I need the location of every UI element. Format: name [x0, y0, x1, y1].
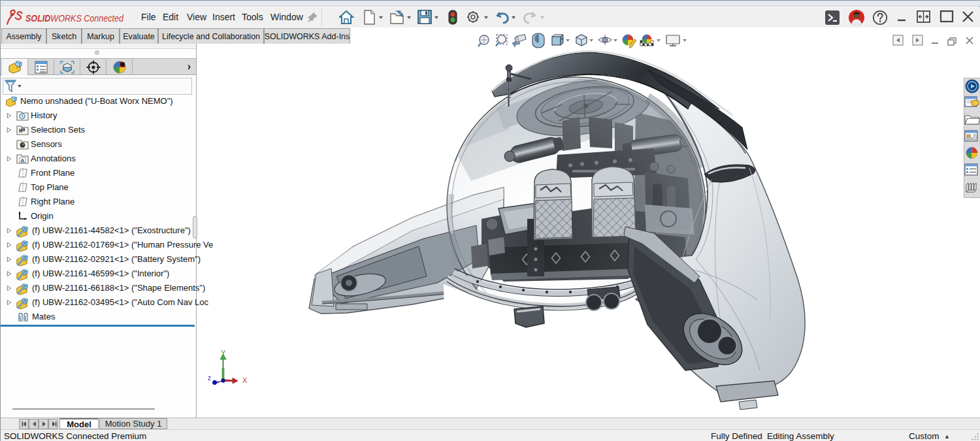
- svg-text:A: A: [21, 157, 25, 163]
- svg-text:SOLIDWORKS Connected: SOLIDWORKS Connected: [25, 13, 124, 24]
- svg-text:z: z: [208, 374, 211, 382]
- svg-text:X: X: [242, 376, 248, 384]
